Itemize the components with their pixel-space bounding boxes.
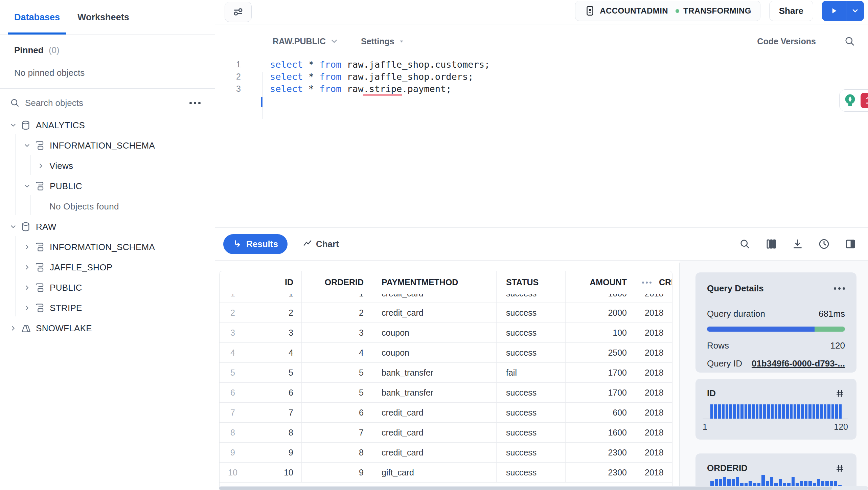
scrollbar-thumb[interactable]	[219, 487, 832, 490]
table-row[interactable]: 555bank_transferfail17002018	[220, 363, 672, 383]
query-history-clock-icon[interactable]	[818, 238, 830, 250]
chevron-down-icon[interactable]	[23, 142, 31, 149]
code-line-3[interactable]: 3select * from raw.stripe.payment;	[215, 83, 868, 95]
chevron-down-icon[interactable]	[9, 223, 17, 230]
tree-item-label: JAFFLE_SHOP	[50, 262, 112, 273]
tree-item-public[interactable]: PUBLIC	[0, 176, 215, 196]
chevron-right-icon[interactable]	[9, 325, 17, 332]
tab-worksheets[interactable]: Worksheets	[77, 0, 129, 35]
tree-item-jaffle-shop[interactable]: JAFFLE_SHOP	[0, 257, 215, 277]
search-input[interactable]: Search objects	[9, 97, 189, 108]
pinned-label: Pinned	[14, 45, 44, 55]
horizontal-scrollbar[interactable]	[219, 486, 868, 490]
table-row[interactable]: 998credit_cardsuccess23002018	[220, 443, 672, 463]
chevron-down-icon[interactable]	[23, 182, 31, 190]
chart-tab-label: Chart	[316, 239, 339, 249]
query-id-link[interactable]: 01b349f6-0000-d793-...	[752, 358, 845, 369]
sql-editor[interactable]: 1select * from raw.jaffle_shop.customers…	[215, 58, 868, 227]
download-icon[interactable]	[792, 238, 804, 250]
table-row[interactable]: 887credit_cardsuccess16002018	[220, 423, 672, 443]
chevron-right-icon[interactable]	[23, 304, 31, 312]
id-histogram[interactable]	[710, 404, 842, 419]
tree-item-analytics[interactable]: ANALYTICS	[0, 115, 215, 135]
search-results-icon[interactable]	[739, 238, 751, 250]
histogram-bar	[835, 404, 838, 419]
tree-item-snowflake[interactable]: SNOWFLAKE	[0, 318, 215, 338]
chevron-right-icon[interactable]	[23, 264, 31, 271]
code-versions-link[interactable]: Code Versions	[757, 37, 816, 46]
tree-item-views[interactable]: Views	[0, 156, 215, 176]
query-details-title: Query Details	[707, 283, 764, 294]
run-button[interactable]	[822, 1, 846, 21]
cell-orderid: 8	[301, 443, 372, 462]
cell-id: 8	[246, 423, 301, 442]
tree-item-information-schema[interactable]: INFORMATION_SCHEMA	[0, 135, 215, 156]
cell-orderid: 3	[301, 323, 372, 342]
cell-orderid: 9	[301, 463, 372, 482]
chevron-right-icon[interactable]	[23, 243, 31, 251]
code-line-1[interactable]: 1select * from raw.jaffle_shop.customers…	[215, 58, 868, 70]
application-icon	[20, 323, 31, 334]
chevron-right-icon[interactable]	[23, 284, 31, 291]
code-line-2[interactable]: 2select * from raw.jaffle_shop.orders;	[215, 70, 868, 83]
copilot-suggestion-pill[interactable]: 1	[839, 89, 868, 112]
histogram-bar	[748, 404, 751, 419]
cell-created: 2018	[635, 423, 672, 442]
cell-orderid: 7	[301, 423, 372, 442]
column-menu-icon[interactable]	[642, 282, 652, 284]
cell-id: 10	[246, 463, 301, 482]
table-row[interactable]: 111credit_cardsuccess10002018	[220, 294, 672, 303]
table-row[interactable]: 333couponsuccess1002018	[220, 323, 672, 343]
line-number: 3	[215, 84, 241, 94]
share-button[interactable]: Share	[769, 1, 813, 21]
sidebar-more-menu-icon[interactable]	[189, 102, 201, 104]
column-header-orderid[interactable]: ORDERID	[301, 271, 372, 294]
table-row[interactable]: 665bank_transfersuccess17002018	[220, 383, 672, 403]
editor-search-icon[interactable]	[844, 35, 856, 47]
row-number-cell: 8	[220, 423, 246, 442]
tree-item-raw[interactable]: RAW	[0, 217, 215, 237]
run-options-button[interactable]	[846, 1, 864, 21]
query-duration-bar	[707, 327, 845, 332]
code-text: select * from raw.jaffle_shop.customers;	[270, 59, 490, 70]
columns-icon[interactable]	[765, 238, 777, 250]
histogram-bar	[790, 404, 793, 419]
column-header-id[interactable]: ID	[246, 271, 301, 294]
histogram-bar	[805, 404, 807, 419]
database-schema-selector[interactable]: RAW.PUBLIC	[273, 37, 339, 46]
panel-divider	[679, 263, 680, 490]
chevron-right-icon[interactable]	[37, 162, 45, 170]
table-row[interactable]: 10109gift_cardsuccess23002018	[220, 463, 672, 483]
worksheet-config-button[interactable]	[225, 2, 252, 22]
query-details-panel: Query Details Query duration 681ms Rows …	[680, 261, 868, 490]
column-header-status[interactable]: STATUS	[496, 271, 565, 294]
tab-chart[interactable]: Chart	[302, 239, 339, 249]
role-warehouse-selector[interactable]: ACCOUNTADMIN TRANSFORMING	[575, 1, 760, 21]
table-row[interactable]: 222credit_cardsuccess20002018	[220, 303, 672, 323]
histogram-bar	[740, 404, 743, 419]
query-duration-label: Query duration	[707, 309, 765, 319]
row-number-cell: 1	[220, 294, 246, 303]
cell-created: 2018	[635, 323, 672, 342]
cell-id: 9	[246, 443, 301, 462]
column-header-created[interactable]: CREATED	[635, 271, 672, 294]
column-header-paymentmethod[interactable]: PAYMENTMETHOD	[372, 271, 496, 294]
text-cursor	[261, 97, 262, 107]
chevron-down-icon[interactable]	[9, 121, 17, 129]
duration-bar-execution	[707, 327, 815, 332]
column-header-amount[interactable]: AMOUNT	[565, 271, 635, 294]
tree-item-information-schema[interactable]: INFORMATION_SCHEMA	[0, 237, 215, 257]
tab-databases[interactable]: Databases	[14, 0, 60, 35]
tree-item-public[interactable]: PUBLIC	[0, 277, 215, 298]
tree-item-stripe[interactable]: STRIPE	[0, 298, 215, 318]
split-panel-icon[interactable]	[844, 238, 856, 250]
results-area: Query Details Query duration 681ms Rows …	[215, 261, 868, 490]
settings-dropdown[interactable]: Settings	[361, 37, 405, 46]
database-icon	[20, 120, 31, 131]
query-details-menu-icon[interactable]	[834, 287, 845, 290]
cell-status: success	[496, 343, 565, 362]
table-row[interactable]: 776credit_cardsuccess6002018	[220, 403, 672, 423]
results-table[interactable]: IDORDERIDPAYMENTMETHODSTATUSAMOUNTCREATE…	[219, 271, 672, 490]
table-row[interactable]: 444couponsuccess25002018	[220, 343, 672, 363]
tab-results[interactable]: Results	[223, 234, 288, 254]
